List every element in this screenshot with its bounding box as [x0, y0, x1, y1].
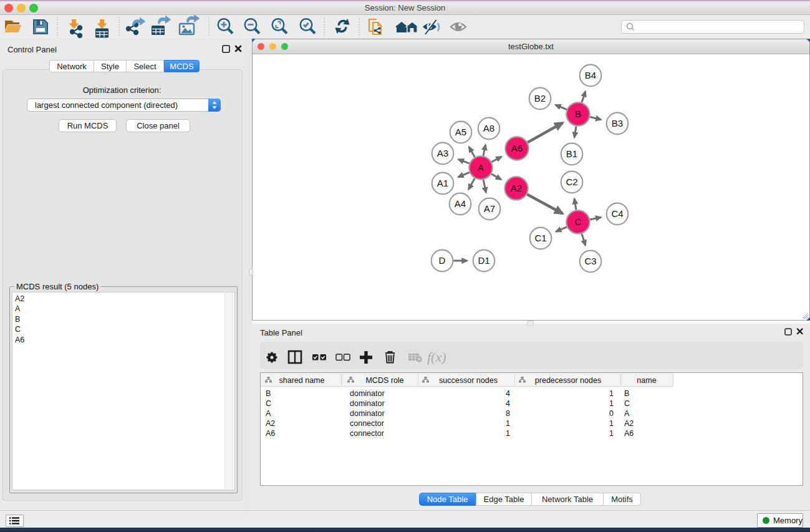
svg-text:dominator: dominator [350, 399, 385, 408]
svg-text:1: 1 [609, 419, 614, 428]
svg-text:A8: A8 [483, 123, 494, 133]
svg-text:MCDS role: MCDS role [365, 376, 403, 385]
svg-text:8: 8 [506, 409, 510, 418]
svg-text:1: 1 [609, 389, 614, 398]
svg-text:dominator: dominator [350, 389, 385, 398]
svg-text:B2: B2 [534, 93, 546, 104]
svg-text:1: 1 [506, 419, 510, 428]
svg-text:C3: C3 [584, 256, 596, 266]
svg-text:A4: A4 [455, 198, 466, 209]
svg-text:connector: connector [350, 419, 384, 428]
svg-text:A2: A2 [624, 419, 634, 428]
svg-text:C4: C4 [611, 208, 623, 219]
svg-text:A6: A6 [266, 429, 275, 438]
svg-text:B4: B4 [585, 70, 596, 80]
svg-text:B: B [575, 109, 581, 119]
svg-text:connector: connector [350, 429, 384, 438]
svg-text:predecessor nodes: predecessor nodes [535, 376, 601, 385]
svg-text:B: B [624, 389, 629, 398]
svg-text:f(x): f(x) [427, 349, 446, 365]
svg-text:C: C [575, 216, 582, 227]
svg-text:A: A [266, 409, 271, 418]
svg-text:name: name [637, 376, 656, 385]
svg-text:A7: A7 [484, 203, 495, 214]
svg-text:B1: B1 [566, 148, 577, 159]
svg-text:A6: A6 [624, 429, 634, 438]
svg-text:A5: A5 [455, 127, 466, 137]
svg-text:4: 4 [506, 399, 510, 408]
svg-text:C: C [266, 399, 271, 408]
svg-text:1: 1 [506, 429, 510, 438]
svg-text:A: A [624, 409, 630, 418]
svg-text:0: 0 [609, 409, 614, 418]
svg-text:1: 1 [609, 429, 614, 438]
svg-text:A2: A2 [266, 419, 275, 428]
svg-text:C2: C2 [566, 177, 577, 187]
svg-text:1: 1 [609, 399, 614, 408]
svg-text:4: 4 [506, 389, 510, 398]
svg-text:A: A [478, 162, 484, 173]
svg-text:B: B [266, 389, 271, 398]
svg-text:A2: A2 [511, 183, 522, 193]
svg-text:dominator: dominator [350, 409, 385, 418]
svg-text:C1: C1 [534, 233, 546, 243]
svg-text:A1: A1 [437, 178, 448, 188]
svg-text:B3: B3 [612, 118, 623, 128]
svg-text:A6: A6 [511, 143, 523, 153]
svg-text:successor nodes: successor nodes [439, 376, 498, 385]
svg-text:D: D [439, 255, 446, 266]
svg-text:shared name: shared name [279, 376, 325, 385]
svg-text:A3: A3 [437, 148, 448, 158]
svg-text:C: C [624, 399, 630, 408]
svg-text:D1: D1 [478, 255, 489, 266]
